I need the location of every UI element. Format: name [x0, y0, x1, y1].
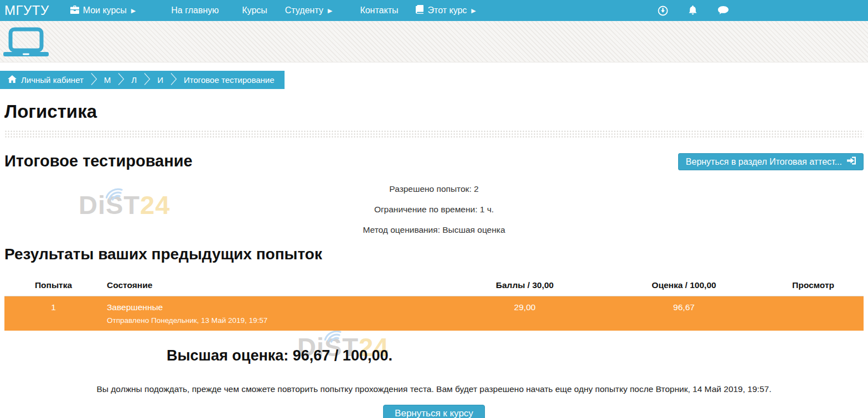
attempts-table-header-row: Попытка Состояние Баллы / 30,00 Оценка /…	[4, 275, 864, 296]
brand-logo[interactable]: МГУТУ	[0, 3, 55, 18]
attempts-table: Попытка Состояние Баллы / 30,00 Оценка /…	[4, 275, 864, 331]
breadcrumb-separator-icon	[170, 72, 177, 87]
breadcrumb: Личный кабинет М Л И Итоговое тестирован…	[0, 71, 285, 89]
attempt-state: Завершенные	[107, 302, 440, 312]
back-to-course-label: Вернуться к курсу	[395, 408, 473, 418]
nav-item-label: Курсы	[242, 6, 267, 15]
breadcrumb-item-m[interactable]: М	[104, 75, 111, 85]
nav-item-label: Мои курсы	[83, 6, 127, 15]
home-icon	[8, 75, 17, 85]
nav-item-home[interactable]: На главную	[171, 6, 219, 15]
nav-item-label: Студенту	[285, 6, 323, 15]
briefcase-icon	[70, 6, 79, 16]
top-navbar: МГУТУ Мои курсы ▶ На главную Курсы Студе…	[0, 0, 868, 21]
breadcrumb-item-l[interactable]: Л	[131, 75, 137, 85]
notifications-bell-icon[interactable]	[688, 6, 698, 16]
attempts-allowed-text: Разрешено попыток: 2	[0, 184, 868, 194]
attempt-marks-cell: 29,00	[445, 296, 605, 331]
attempt-submitted-detail: Отправлено Понедельник, 13 Май 2019, 19:…	[107, 316, 440, 325]
breadcrumb-separator-icon	[90, 72, 97, 87]
col-header-grade: Оценка / 100,00	[605, 275, 763, 296]
nav-item-my-courses[interactable]: Мои курсы ▶	[70, 6, 136, 16]
attempt-review-cell	[763, 296, 864, 331]
nav-item-student[interactable]: Студенту ▶	[285, 6, 333, 15]
breadcrumb-separator-icon	[117, 72, 125, 87]
sign-in-arrow-icon	[847, 156, 856, 167]
attempt-state-cell: Завершенные Отправлено Понедельник, 13 М…	[102, 296, 445, 331]
nav-item-courses[interactable]: Курсы	[242, 6, 267, 15]
back-to-section-button[interactable]: Вернуться в раздел Итоговая аттест...	[678, 153, 864, 170]
submenu-arrow-icon: ▶	[131, 7, 136, 14]
attempt-grade-cell: 96,67	[605, 296, 763, 331]
back-to-section-label: Вернуться в раздел Итоговая аттест...	[686, 157, 842, 167]
grading-method-text: Метод оценивания: Высшая оценка	[0, 225, 868, 235]
submenu-arrow-icon: ▶	[471, 7, 476, 14]
quiz-title: Итоговое тестирование	[4, 152, 193, 170]
nav-item-label: Контакты	[360, 6, 398, 15]
dotted-divider	[4, 130, 864, 138]
col-header-attempt: Попытка	[4, 275, 102, 296]
col-header-review: Просмотр	[763, 275, 864, 296]
attempt-number-cell: 1	[4, 296, 102, 331]
results-heading: Результаты ваших предыдущих попыток	[4, 245, 864, 263]
nav-item-contacts[interactable]: Контакты	[360, 6, 398, 15]
breadcrumb-label: Личный кабинет	[21, 75, 84, 85]
hide-blocks-icon[interactable]	[658, 6, 668, 16]
back-to-course-button[interactable]: Вернуться к курсу	[383, 405, 485, 418]
col-header-marks: Баллы / 30,00	[445, 275, 605, 296]
laptop-logo-icon[interactable]	[3, 27, 49, 59]
book-icon	[416, 5, 423, 16]
breadcrumb-item-i[interactable]: И	[157, 75, 163, 85]
site-header-band	[0, 21, 868, 62]
nav-item-label: На главную	[171, 6, 219, 15]
breadcrumb-item-current: Итоговое тестирование	[184, 75, 275, 85]
col-header-state: Состояние	[102, 275, 445, 296]
wait-message: Вы должны подождать, прежде чем сможете …	[0, 384, 868, 394]
quiz-section-head: Итоговое тестирование Вернуться в раздел…	[0, 152, 868, 174]
attempt-table-row: 1 Завершенные Отправлено Понедельник, 13…	[4, 296, 864, 331]
submenu-arrow-icon: ▶	[328, 7, 332, 14]
messages-chat-icon[interactable]	[717, 6, 729, 15]
nav-item-this-course[interactable]: Этот курс ▶	[416, 5, 476, 16]
breadcrumb-separator-icon	[143, 72, 151, 87]
final-grade-text: Высшая оценка: 96,67 / 100,00.	[0, 347, 559, 364]
breadcrumb-item-dashboard[interactable]: Личный кабинет	[8, 75, 84, 85]
time-limit-text: Ограничение по времени: 1 ч.	[0, 205, 868, 215]
quiz-info: Разрешено попыток: 2 Ограничение по врем…	[0, 184, 868, 235]
navbar-right-icons	[658, 0, 729, 21]
nav-item-label: Этот курс	[427, 6, 467, 15]
course-title: Логистика	[4, 101, 864, 122]
